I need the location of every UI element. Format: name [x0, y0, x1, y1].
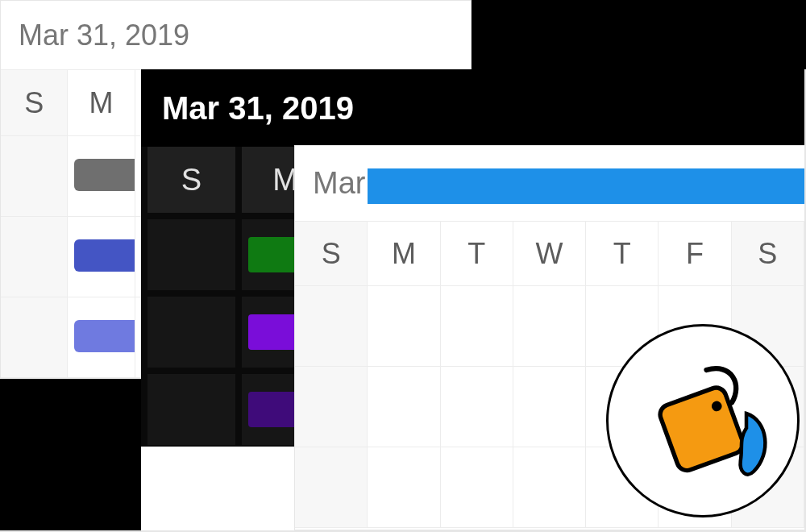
paint-bucket-badge: [606, 324, 800, 517]
day-header-mon: M: [68, 70, 135, 136]
calendar-cell[interactable]: [68, 136, 135, 217]
calendar-cell[interactable]: [1, 297, 68, 378]
day-header-thu: T: [586, 222, 659, 286]
event-bar[interactable]: [74, 159, 134, 191]
calendar-cell[interactable]: [147, 374, 235, 445]
calendar-cell[interactable]: [1, 217, 68, 297]
paint-bucket-icon: [630, 348, 775, 493]
calendar-cell[interactable]: [368, 447, 440, 528]
dark-panel-bottom-left: [0, 379, 141, 532]
calendar-cell[interactable]: [1, 136, 68, 217]
calendar-cell[interactable]: [441, 367, 513, 447]
day-header-sat: S: [732, 222, 804, 286]
day-header-fri: F: [659, 222, 731, 286]
calendar-back-title: Mar 31, 2019: [1, 1, 471, 70]
calendar-cell[interactable]: [441, 286, 513, 367]
calendar-dark-title: Mar 31, 2019: [141, 69, 806, 147]
event-bar[interactable]: [74, 320, 134, 352]
day-header-sun: S: [1, 70, 68, 136]
calendar-cell[interactable]: [295, 286, 368, 367]
calendar-cell[interactable]: [147, 219, 235, 290]
calendar-cell[interactable]: [368, 367, 440, 447]
calendar-cell[interactable]: [295, 447, 368, 528]
day-header-sun: S: [147, 147, 235, 213]
calendar-cell[interactable]: [147, 297, 235, 368]
calendar-cell[interactable]: [68, 217, 135, 297]
calendar-cell[interactable]: [68, 297, 135, 378]
calendar-cell[interactable]: [513, 367, 586, 447]
dark-panel-top-right: [468, 0, 806, 69]
day-header-sun: S: [295, 222, 368, 286]
day-header-wed: W: [513, 222, 586, 286]
calendar-cell[interactable]: [513, 447, 586, 528]
event-bar[interactable]: [368, 168, 804, 204]
calendar-cell[interactable]: [513, 286, 586, 367]
calendar-front-day-header: S M T W T F S: [295, 222, 804, 286]
calendar-cell[interactable]: [295, 367, 368, 447]
day-header-tue: T: [441, 222, 513, 286]
event-bar[interactable]: [74, 239, 134, 272]
calendar-cell[interactable]: [368, 286, 440, 367]
calendar-cell[interactable]: [441, 447, 513, 528]
day-header-mon: M: [368, 222, 440, 286]
